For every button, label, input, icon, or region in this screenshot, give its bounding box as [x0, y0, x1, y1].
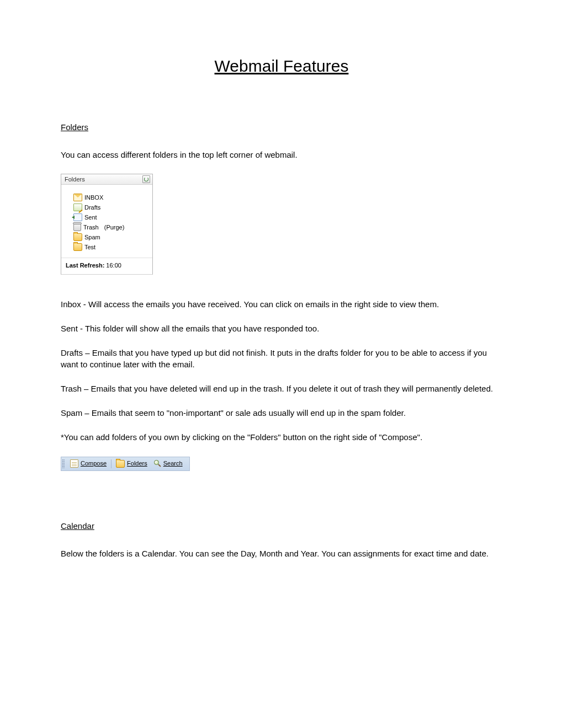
page-title: Webmail Features [61, 55, 502, 78]
calendar-body: Below the folders is a Calendar. You can… [61, 548, 502, 559]
refresh-icon[interactable] [142, 175, 150, 183]
desc-inbox: Inbox - Will access the emails you have … [61, 299, 502, 310]
folders-panel: Folders INBOX Drafts Sent Trash (Purge) [61, 174, 153, 275]
folder-icon [73, 233, 82, 241]
folder-label: Sent [84, 212, 97, 222]
section-calendar-heading: Calendar [61, 521, 502, 532]
search-icon [154, 460, 161, 467]
folders-button[interactable]: Folders [113, 459, 151, 468]
folder-trash[interactable]: Trash (Purge) [73, 222, 149, 232]
last-refresh-time: 16:00 [106, 262, 121, 269]
folder-inbox[interactable]: INBOX [73, 192, 149, 202]
trash-purge-link[interactable]: (Purge) [104, 222, 125, 232]
folder-test[interactable]: Test [73, 242, 149, 252]
desc-drafts: Drafts – Emails that you have typed up b… [61, 347, 502, 370]
last-refresh-label: Last Refresh: [66, 262, 104, 269]
inbox-icon [73, 194, 82, 201]
last-refresh: Last Refresh: 16:00 [61, 258, 152, 274]
toolbar: Compose Folders Search [61, 457, 190, 471]
folder-label: Trash [83, 222, 99, 232]
folder-sent[interactable]: Sent [73, 212, 149, 222]
folder-spam[interactable]: Spam [73, 232, 149, 242]
desc-trash: Trash – Emails that you have deleted wil… [61, 383, 502, 394]
trash-icon [73, 223, 81, 231]
folders-label: Folders [127, 459, 147, 468]
desc-spam: Spam – Emails that seem to "non-importan… [61, 408, 502, 419]
folder-label: Test [84, 242, 95, 252]
drafts-icon [73, 204, 82, 211]
toolbar-gripper [62, 459, 65, 468]
folder-icon [116, 460, 125, 468]
toolbar-separator [111, 459, 111, 468]
sent-icon [73, 213, 82, 221]
search-button[interactable]: Search [151, 459, 186, 468]
search-label: Search [163, 459, 183, 468]
folders-panel-title: Folders [65, 175, 85, 184]
folder-drafts[interactable]: Drafts [73, 202, 149, 212]
compose-icon [70, 459, 78, 468]
desc-sent: Sent - This folder will show all the ema… [61, 323, 502, 334]
desc-add-folder-note: *You can add folders of you own by click… [61, 432, 502, 443]
folder-label: Drafts [84, 202, 100, 212]
compose-button[interactable]: Compose [67, 459, 110, 468]
folder-label: INBOX [84, 192, 103, 202]
section-folders-heading: Folders [61, 122, 502, 133]
compose-label: Compose [81, 459, 107, 468]
folder-icon [73, 243, 82, 251]
folder-label: Spam [84, 232, 100, 242]
folders-intro: You can access different folders in the … [61, 149, 502, 160]
